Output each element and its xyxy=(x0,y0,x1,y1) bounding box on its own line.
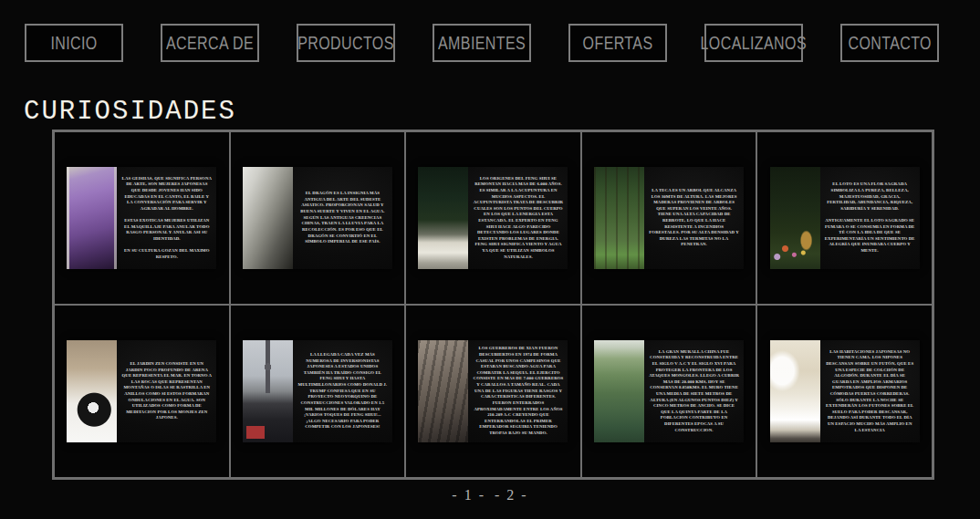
curiosity-card-habitaciones: LAS HABITACIONES JAPONESAS NO TIENEN CAM… xyxy=(756,305,933,478)
card: LA GRAN MURALLA CHINA FUE CONSTRUIDA Y R… xyxy=(594,340,744,442)
japanese-room-photo xyxy=(770,340,820,442)
nav-item-contacto[interactable]: CONTACTO xyxy=(840,24,939,62)
zen-garden-photo xyxy=(67,340,117,442)
nav-item-label: INICIO xyxy=(50,33,97,54)
curiosity-card-feng-shui: LOS ORIGENES DEL FENG SHUI SE REMONTAN H… xyxy=(405,131,581,305)
curiosity-card-geishas: LAS GEISHAS, QUE SIGNIFICA PERSONA DE AR… xyxy=(54,131,230,305)
curiosities-grid: LAS GEISHAS, QUE SIGNIFICA PERSONA DE AR… xyxy=(52,130,934,480)
page-link-2[interactable]: - 2 - xyxy=(493,487,530,503)
card: EL LOTO ES UNA FLOR SAGRADA SIMBOLIZA LA… xyxy=(770,167,920,269)
card-text: LAS HABITACIONES JAPONESAS NO TIENEN CAM… xyxy=(820,340,920,442)
card-text: LA GRAN MURALLA CHINA FUE CONSTRUIDA Y R… xyxy=(644,340,744,442)
card: LAS HABITACIONES JAPONESAS NO TIENEN CAM… xyxy=(770,340,920,442)
card: EL DRAGÓN ES LA INSIGNIA MÁS ANTIGUA DEL… xyxy=(243,167,392,269)
nav-item-ambientes[interactable]: AMBIENTES xyxy=(433,24,531,62)
great-wall-photo xyxy=(594,340,644,442)
nav-item-label: LOCALIZANOS xyxy=(701,33,807,54)
feng-shui-patio-photo xyxy=(418,167,468,269)
main-nav: INICIO ACERCA DE PRODUCTOS AMBIENTES OFE… xyxy=(25,24,939,62)
shanghai-tower-photo xyxy=(243,340,293,442)
card: LA TECA ES UN ARBOL QUE ALCANZA LOS 30MT… xyxy=(594,167,744,269)
page-link-1[interactable]: - 1 - xyxy=(450,487,487,503)
curiosity-card-inversionistas: LA LLEGADA CADA VEZ MÁS NUMEROSA DE INVE… xyxy=(230,305,406,478)
curiosity-card-gran-muralla: LA GRAN MURALLA CHINA FUE CONSTRUIDA Y R… xyxy=(581,305,757,478)
card: LOS GUERREROS DE XIAN FUERON DESCUBIERTO… xyxy=(418,340,568,442)
pagination: - 1 - - 2 - xyxy=(0,487,980,503)
terracotta-warriors-photo xyxy=(418,340,468,442)
curiosity-card-loto: EL LOTO ES UNA FLOR SAGRADA SIMBOLIZA LA… xyxy=(756,131,933,305)
curiosity-card-teca: LA TECA ES UN ARBOL QUE ALCANZA LOS 30MT… xyxy=(581,131,757,305)
nav-item-label: ACERCA DE xyxy=(166,33,254,54)
lotus-buddha-photo xyxy=(770,167,820,269)
card: EL JARDIN ZEN CONSISTE EN UN JARDIN POCO… xyxy=(67,340,216,442)
nav-item-productos[interactable]: PRODUCTOS xyxy=(297,24,395,62)
nav-item-ofertas[interactable]: OFERTAS xyxy=(568,24,667,62)
card-text: LA TECA ES UN ARBOL QUE ALCANZA LOS 30MT… xyxy=(644,167,744,269)
card-text: LOS GUERREROS DE XIAN FUERON DESCUBIERTO… xyxy=(468,340,568,442)
card-text: EL DRAGÓN ES LA INSIGNIA MÁS ANTIGUA DEL… xyxy=(293,167,392,269)
curiosity-card-jardin-zen: EL JARDIN ZEN CONSISTE EN UN JARDIN POCO… xyxy=(54,305,230,478)
card-text: EL JARDIN ZEN CONSISTE EN UN JARDIN POCO… xyxy=(117,340,216,442)
geisha-photo xyxy=(67,167,117,269)
nav-item-localizanos[interactable]: LOCALIZANOS xyxy=(704,24,803,62)
card-text: LOS ORIGENES DEL FENG SHUI SE REMONTAN H… xyxy=(468,167,568,269)
curiosity-card-guerreros-xian: LOS GUERREROS DE XIAN FUERON DESCUBIERTO… xyxy=(405,305,581,478)
card: LOS ORIGENES DEL FENG SHUI SE REMONTAN H… xyxy=(418,167,568,269)
nav-item-label: CONTACTO xyxy=(848,33,932,54)
card-text: LA LLEGADA CADA VEZ MÁS NUMEROSA DE INVE… xyxy=(293,340,392,442)
card: LAS GEISHAS, QUE SIGNIFICA PERSONA DE AR… xyxy=(67,167,216,269)
teak-forest-photo xyxy=(594,167,644,269)
nav-item-acerca-de[interactable]: ACERCA DE xyxy=(161,24,259,62)
nav-item-label: AMBIENTES xyxy=(438,33,526,54)
curiosity-card-dragon: EL DRAGÓN ES LA INSIGNIA MÁS ANTIGUA DEL… xyxy=(230,131,406,305)
card: LA LLEGADA CADA VEZ MÁS NUMEROSA DE INVE… xyxy=(243,340,392,442)
card-text: LAS GEISHAS, QUE SIGNIFICA PERSONA DE AR… xyxy=(117,167,216,269)
page-title: CURIOSIDADES xyxy=(24,97,236,127)
dragon-statue-photo xyxy=(243,167,293,269)
nav-item-label: PRODUCTOS xyxy=(297,33,394,54)
nav-item-inicio[interactable]: INICIO xyxy=(25,24,123,62)
nav-item-label: OFERTAS xyxy=(583,33,653,54)
card-text: EL LOTO ES UNA FLOR SAGRADA SIMBOLIZA LA… xyxy=(820,167,920,269)
